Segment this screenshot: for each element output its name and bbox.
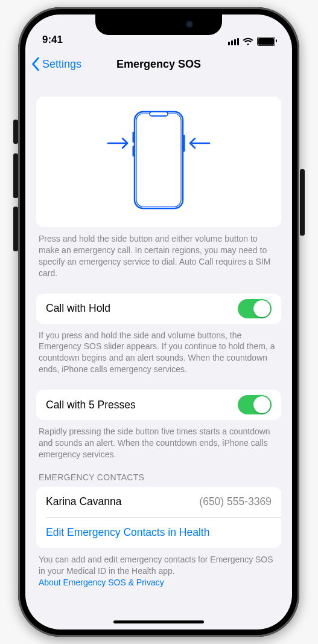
svg-rect-1 [136,114,181,207]
call-with-hold-row: Call with Hold [36,294,281,324]
hero-help: Press and hold the side button and eithe… [36,227,281,279]
home-indicator[interactable] [113,620,204,623]
call-with-5-help: Rapidly pressing the side button five ti… [36,420,281,460]
call-with-hold-help: If you press and hold the side and volum… [36,324,281,376]
edit-contacts-label: Edit Emergency Contacts in Health [46,526,209,539]
status-time: 9:41 [42,34,63,46]
wifi-icon [243,37,253,46]
privacy-link[interactable]: About Emergency SOS & Privacy [39,578,164,587]
chevron-left-icon [31,57,40,71]
contacts-help: You can add and edit emergency contacts … [36,548,281,592]
svg-rect-2 [150,112,168,116]
call-with-5-row: Call with 5 Presses [36,390,281,420]
call-with-5-toggle[interactable] [238,395,272,414]
cellular-icon [228,38,239,45]
svg-rect-5 [133,146,135,156]
call-with-hold-toggle[interactable] [238,299,272,318]
nav-bar: Settings Emergency SOS [25,50,292,79]
svg-rect-4 [133,132,135,143]
contact-phone: (650) 555-3369 [199,495,272,508]
svg-rect-3 [183,135,185,152]
contact-name: Karina Cavanna [46,495,122,508]
svg-rect-0 [135,112,183,208]
call-with-5-label: Call with 5 Presses [46,399,136,411]
contacts-header: EMERGENCY CONTACTS [36,460,281,487]
back-button[interactable]: Settings [31,57,81,71]
call-with-hold-label: Call with Hold [46,302,110,315]
battery-icon [257,37,275,46]
hero-illustration [36,97,281,227]
contact-row[interactable]: Karina Cavanna (650) 555-3369 [36,487,281,517]
edit-contacts-row[interactable]: Edit Emergency Contacts in Health [36,518,281,548]
back-label: Settings [42,58,81,71]
